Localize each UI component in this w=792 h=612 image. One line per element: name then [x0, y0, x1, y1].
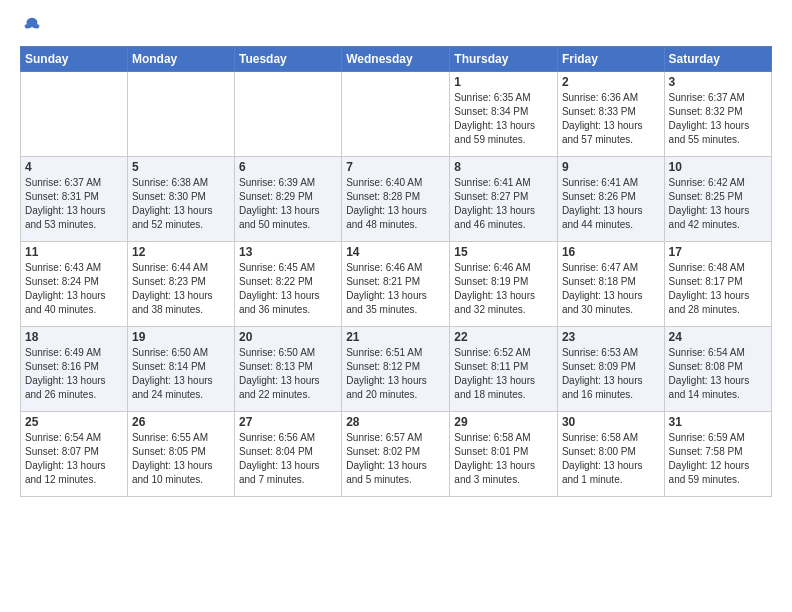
calendar-day-cell: 2Sunrise: 6:36 AMSunset: 8:33 PMDaylight… — [557, 72, 664, 157]
day-info: Sunrise: 6:44 AMSunset: 8:23 PMDaylight:… — [132, 261, 230, 317]
day-info: Sunrise: 6:50 AMSunset: 8:14 PMDaylight:… — [132, 346, 230, 402]
calendar-week-row: 18Sunrise: 6:49 AMSunset: 8:16 PMDayligh… — [21, 327, 772, 412]
day-info: Sunrise: 6:52 AMSunset: 8:11 PMDaylight:… — [454, 346, 553, 402]
day-number: 7 — [346, 160, 445, 174]
day-info: Sunrise: 6:51 AMSunset: 8:12 PMDaylight:… — [346, 346, 445, 402]
calendar-day-cell: 14Sunrise: 6:46 AMSunset: 8:21 PMDayligh… — [342, 242, 450, 327]
day-number: 23 — [562, 330, 660, 344]
calendar-day-cell: 20Sunrise: 6:50 AMSunset: 8:13 PMDayligh… — [235, 327, 342, 412]
day-info: Sunrise: 6:36 AMSunset: 8:33 PMDaylight:… — [562, 91, 660, 147]
calendar-day-cell: 23Sunrise: 6:53 AMSunset: 8:09 PMDayligh… — [557, 327, 664, 412]
day-info: Sunrise: 6:57 AMSunset: 8:02 PMDaylight:… — [346, 431, 445, 487]
day-info: Sunrise: 6:58 AMSunset: 8:01 PMDaylight:… — [454, 431, 553, 487]
day-number: 17 — [669, 245, 767, 259]
calendar-day-cell: 24Sunrise: 6:54 AMSunset: 8:08 PMDayligh… — [664, 327, 771, 412]
day-info: Sunrise: 6:41 AMSunset: 8:27 PMDaylight:… — [454, 176, 553, 232]
day-info: Sunrise: 6:58 AMSunset: 8:00 PMDaylight:… — [562, 431, 660, 487]
calendar-day-cell: 31Sunrise: 6:59 AMSunset: 7:58 PMDayligh… — [664, 412, 771, 497]
day-info: Sunrise: 6:38 AMSunset: 8:30 PMDaylight:… — [132, 176, 230, 232]
day-info: Sunrise: 6:48 AMSunset: 8:17 PMDaylight:… — [669, 261, 767, 317]
day-number: 5 — [132, 160, 230, 174]
calendar-week-row: 11Sunrise: 6:43 AMSunset: 8:24 PMDayligh… — [21, 242, 772, 327]
day-number: 10 — [669, 160, 767, 174]
calendar-week-row: 25Sunrise: 6:54 AMSunset: 8:07 PMDayligh… — [21, 412, 772, 497]
day-info: Sunrise: 6:50 AMSunset: 8:13 PMDaylight:… — [239, 346, 337, 402]
day-number: 4 — [25, 160, 123, 174]
calendar-weekday-tuesday: Tuesday — [235, 47, 342, 72]
calendar-weekday-saturday: Saturday — [664, 47, 771, 72]
day-number: 1 — [454, 75, 553, 89]
day-number: 12 — [132, 245, 230, 259]
day-number: 19 — [132, 330, 230, 344]
calendar-day-cell: 16Sunrise: 6:47 AMSunset: 8:18 PMDayligh… — [557, 242, 664, 327]
logo — [20, 16, 42, 36]
calendar-header-row: SundayMondayTuesdayWednesdayThursdayFrid… — [21, 47, 772, 72]
calendar-day-cell — [235, 72, 342, 157]
day-info: Sunrise: 6:45 AMSunset: 8:22 PMDaylight:… — [239, 261, 337, 317]
calendar-day-cell: 10Sunrise: 6:42 AMSunset: 8:25 PMDayligh… — [664, 157, 771, 242]
calendar-day-cell: 4Sunrise: 6:37 AMSunset: 8:31 PMDaylight… — [21, 157, 128, 242]
day-number: 31 — [669, 415, 767, 429]
calendar-day-cell: 6Sunrise: 6:39 AMSunset: 8:29 PMDaylight… — [235, 157, 342, 242]
calendar-day-cell — [21, 72, 128, 157]
day-info: Sunrise: 6:59 AMSunset: 7:58 PMDaylight:… — [669, 431, 767, 487]
day-info: Sunrise: 6:37 AMSunset: 8:32 PMDaylight:… — [669, 91, 767, 147]
day-number: 15 — [454, 245, 553, 259]
day-number: 25 — [25, 415, 123, 429]
day-info: Sunrise: 6:42 AMSunset: 8:25 PMDaylight:… — [669, 176, 767, 232]
calendar-day-cell: 26Sunrise: 6:55 AMSunset: 8:05 PMDayligh… — [127, 412, 234, 497]
day-number: 14 — [346, 245, 445, 259]
day-info: Sunrise: 6:54 AMSunset: 8:08 PMDaylight:… — [669, 346, 767, 402]
calendar-week-row: 1Sunrise: 6:35 AMSunset: 8:34 PMDaylight… — [21, 72, 772, 157]
calendar-weekday-thursday: Thursday — [450, 47, 558, 72]
day-info: Sunrise: 6:56 AMSunset: 8:04 PMDaylight:… — [239, 431, 337, 487]
calendar-day-cell: 7Sunrise: 6:40 AMSunset: 8:28 PMDaylight… — [342, 157, 450, 242]
calendar-weekday-monday: Monday — [127, 47, 234, 72]
day-number: 3 — [669, 75, 767, 89]
day-number: 9 — [562, 160, 660, 174]
day-info: Sunrise: 6:47 AMSunset: 8:18 PMDaylight:… — [562, 261, 660, 317]
calendar-table: SundayMondayTuesdayWednesdayThursdayFrid… — [20, 46, 772, 497]
day-number: 16 — [562, 245, 660, 259]
day-info: Sunrise: 6:37 AMSunset: 8:31 PMDaylight:… — [25, 176, 123, 232]
day-number: 22 — [454, 330, 553, 344]
day-info: Sunrise: 6:53 AMSunset: 8:09 PMDaylight:… — [562, 346, 660, 402]
calendar-weekday-friday: Friday — [557, 47, 664, 72]
day-number: 27 — [239, 415, 337, 429]
day-number: 21 — [346, 330, 445, 344]
day-info: Sunrise: 6:55 AMSunset: 8:05 PMDaylight:… — [132, 431, 230, 487]
logo-bird-icon — [22, 16, 42, 36]
day-info: Sunrise: 6:39 AMSunset: 8:29 PMDaylight:… — [239, 176, 337, 232]
calendar-day-cell: 25Sunrise: 6:54 AMSunset: 8:07 PMDayligh… — [21, 412, 128, 497]
calendar-day-cell: 28Sunrise: 6:57 AMSunset: 8:02 PMDayligh… — [342, 412, 450, 497]
day-info: Sunrise: 6:49 AMSunset: 8:16 PMDaylight:… — [25, 346, 123, 402]
day-number: 11 — [25, 245, 123, 259]
calendar-day-cell: 29Sunrise: 6:58 AMSunset: 8:01 PMDayligh… — [450, 412, 558, 497]
day-number: 26 — [132, 415, 230, 429]
calendar-day-cell: 3Sunrise: 6:37 AMSunset: 8:32 PMDaylight… — [664, 72, 771, 157]
day-number: 18 — [25, 330, 123, 344]
calendar-day-cell: 15Sunrise: 6:46 AMSunset: 8:19 PMDayligh… — [450, 242, 558, 327]
day-number: 13 — [239, 245, 337, 259]
calendar-day-cell: 9Sunrise: 6:41 AMSunset: 8:26 PMDaylight… — [557, 157, 664, 242]
day-info: Sunrise: 6:54 AMSunset: 8:07 PMDaylight:… — [25, 431, 123, 487]
day-number: 2 — [562, 75, 660, 89]
calendar-day-cell: 22Sunrise: 6:52 AMSunset: 8:11 PMDayligh… — [450, 327, 558, 412]
day-info: Sunrise: 6:35 AMSunset: 8:34 PMDaylight:… — [454, 91, 553, 147]
calendar-weekday-wednesday: Wednesday — [342, 47, 450, 72]
calendar-day-cell: 5Sunrise: 6:38 AMSunset: 8:30 PMDaylight… — [127, 157, 234, 242]
calendar-week-row: 4Sunrise: 6:37 AMSunset: 8:31 PMDaylight… — [21, 157, 772, 242]
calendar-day-cell: 1Sunrise: 6:35 AMSunset: 8:34 PMDaylight… — [450, 72, 558, 157]
calendar-day-cell: 19Sunrise: 6:50 AMSunset: 8:14 PMDayligh… — [127, 327, 234, 412]
day-info: Sunrise: 6:40 AMSunset: 8:28 PMDaylight:… — [346, 176, 445, 232]
calendar-day-cell: 18Sunrise: 6:49 AMSunset: 8:16 PMDayligh… — [21, 327, 128, 412]
calendar-weekday-sunday: Sunday — [21, 47, 128, 72]
calendar-day-cell: 11Sunrise: 6:43 AMSunset: 8:24 PMDayligh… — [21, 242, 128, 327]
day-info: Sunrise: 6:43 AMSunset: 8:24 PMDaylight:… — [25, 261, 123, 317]
day-info: Sunrise: 6:46 AMSunset: 8:19 PMDaylight:… — [454, 261, 553, 317]
calendar-day-cell: 13Sunrise: 6:45 AMSunset: 8:22 PMDayligh… — [235, 242, 342, 327]
calendar-day-cell — [342, 72, 450, 157]
calendar-day-cell: 12Sunrise: 6:44 AMSunset: 8:23 PMDayligh… — [127, 242, 234, 327]
calendar-day-cell: 8Sunrise: 6:41 AMSunset: 8:27 PMDaylight… — [450, 157, 558, 242]
day-number: 24 — [669, 330, 767, 344]
